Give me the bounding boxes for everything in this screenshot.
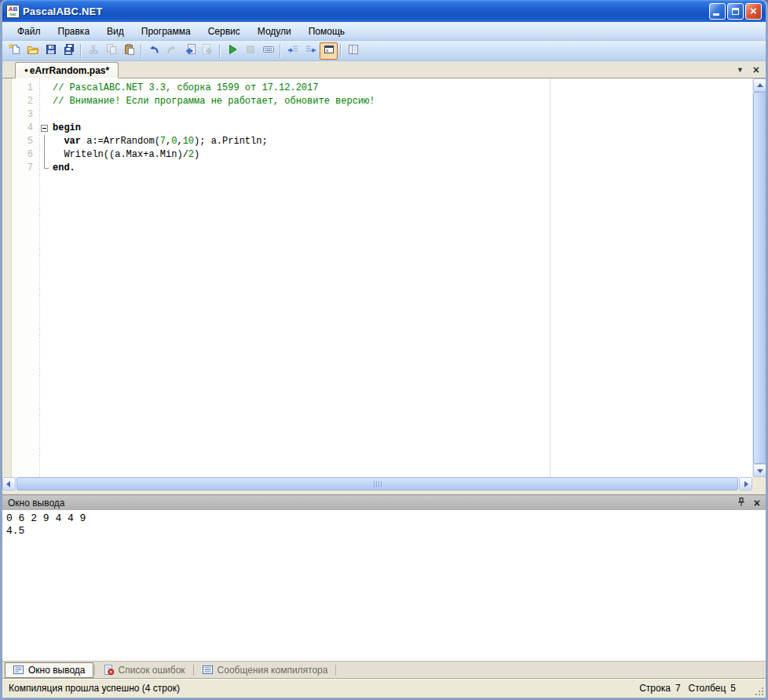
scroll-left-button[interactable] <box>2 477 16 490</box>
scroll-up-button[interactable] <box>753 78 766 92</box>
scroll-down-button[interactable] <box>753 464 766 477</box>
line-number: 4 <box>12 122 38 135</box>
show-console-button[interactable] <box>320 42 338 60</box>
output-window-title: Окно вывода <box>8 498 65 509</box>
code-editor[interactable]: 1234567 // PascalABC.NET 3.3, сборка 159… <box>2 78 766 477</box>
copy-button[interactable] <box>102 42 120 60</box>
gutter-separator <box>39 78 40 477</box>
bottom-tab-label: Окно вывода <box>28 665 86 676</box>
output-line: 0 6 2 9 4 4 9 <box>6 512 762 525</box>
tab-separator <box>193 665 194 676</box>
output-window-icon <box>13 664 24 676</box>
arrow-down-icon <box>757 469 763 473</box>
run-button[interactable] <box>223 42 241 60</box>
navigate-back-button[interactable] <box>181 42 199 60</box>
horizontal-scroll-thumb[interactable] <box>16 477 738 490</box>
maximize-icon <box>732 8 739 15</box>
menu-item-2[interactable]: Правка <box>49 22 99 40</box>
code-token: a:=ArrRandom( <box>81 136 160 147</box>
caret-position: Строка 7 Столбец 5 <box>639 683 736 694</box>
bottom-tab-1[interactable]: Окно вывода <box>5 662 93 678</box>
paste-button[interactable] <box>120 42 138 60</box>
code-line: // PascalABC.NET 3.3, сборка 1599 от 17.… <box>41 82 752 95</box>
show-panel-button[interactable] <box>344 42 362 60</box>
outdent-icon <box>305 43 317 59</box>
outdent-button[interactable] <box>302 42 320 60</box>
minimize-button[interactable] <box>709 3 726 20</box>
open-file-button[interactable] <box>24 42 42 60</box>
pin-icon[interactable] <box>737 497 746 509</box>
line-number: 7 <box>12 162 38 175</box>
fold-collapse-icon[interactable] <box>41 125 48 132</box>
save-file-button[interactable] <box>42 42 60 60</box>
close-button[interactable]: × <box>745 3 762 20</box>
output-line: 4.5 <box>6 525 762 538</box>
tab-separator <box>94 665 95 676</box>
title-bar[interactable]: ABпас PascalABC.NET × <box>2 0 766 22</box>
code-line: var a:=ArrRandom(7,0,10); a.Println; <box>41 135 752 148</box>
output-window-body: 0 6 2 9 4 4 94.5 <box>2 510 766 661</box>
code-line: Writeln((a.Max+a.Min)/2) <box>41 148 752 162</box>
code-line: begin <box>41 122 752 135</box>
scroll-right-button[interactable] <box>739 477 752 490</box>
menu-item-1[interactable]: Файл <box>9 22 49 40</box>
close-tab-icon[interactable]: × <box>753 64 759 75</box>
code-token: ); a.Println; <box>194 136 268 147</box>
stop-icon <box>244 43 257 59</box>
resize-grip[interactable] <box>753 685 764 696</box>
code-token: 7 <box>160 136 166 147</box>
line-number-gutter: 1234567 <box>12 78 38 477</box>
column-value: 5 <box>730 683 736 694</box>
editor-horizontal-scrollbar[interactable] <box>2 477 766 490</box>
toolbar-separator <box>80 44 82 58</box>
status-bar: Компиляция прошла успешно (4 строк) Стро… <box>2 678 766 698</box>
editor-vertical-scrollbar[interactable] <box>752 78 766 477</box>
menu-item-7[interactable]: Помощь <box>300 22 353 40</box>
undo-icon <box>148 43 160 59</box>
toolbar-separator <box>219 44 221 58</box>
bottom-tab-2[interactable]: Список ошибок <box>96 662 192 678</box>
document-tab[interactable]: ● eArrRandom.pas* <box>15 62 119 78</box>
save-all-button[interactable] <box>60 42 78 60</box>
maximize-button[interactable] <box>727 3 744 20</box>
show-keyboard-icon <box>262 43 275 59</box>
run-icon <box>226 43 239 59</box>
minimize-icon <box>713 13 719 16</box>
toolbar-separator <box>280 44 281 58</box>
stop-button[interactable] <box>241 42 259 60</box>
pascalabc-window: ABпас PascalABC.NET × ФайлПравкаВидПрогр… <box>0 0 768 700</box>
close-output-icon[interactable]: × <box>754 498 760 509</box>
horizontal-scroll-track[interactable] <box>16 477 739 490</box>
column-label: Столбец <box>689 683 726 694</box>
redo-button[interactable] <box>163 42 181 60</box>
line-number: 3 <box>12 108 38 122</box>
app-logo-icon: ABпас <box>6 5 20 18</box>
bottom-tab-3[interactable]: Сообщения компилятора <box>195 662 335 678</box>
save-file-icon <box>45 43 57 59</box>
code-token: ) <box>194 149 199 160</box>
undo-button[interactable] <box>144 42 163 60</box>
cut-button[interactable] <box>84 42 102 60</box>
menu-item-6[interactable]: Модули <box>249 22 300 40</box>
menu-item-4[interactable]: Программа <box>133 22 199 40</box>
output-window-header[interactable]: Окно вывода × <box>2 494 766 510</box>
arrow-up-icon <box>757 83 763 87</box>
code-token: var <box>64 136 81 147</box>
menu-item-3[interactable]: Вид <box>98 22 133 40</box>
new-file-button[interactable] <box>5 42 24 60</box>
navigate-forward-icon <box>202 43 214 59</box>
menu-item-5[interactable]: Сервис <box>199 22 249 40</box>
show-keyboard-button[interactable] <box>259 42 277 60</box>
vertical-scroll-thumb[interactable] <box>753 92 766 464</box>
tab-list-dropdown-icon[interactable]: ▼ <box>737 66 744 74</box>
scrollbar-corner <box>752 477 766 490</box>
right-margin-guide <box>550 78 550 477</box>
indent-button[interactable] <box>283 42 302 60</box>
code-token: end. <box>53 162 75 173</box>
line-label: Строка <box>639 683 671 694</box>
indent-icon <box>287 43 299 59</box>
navigate-back-icon <box>184 43 196 59</box>
code-area[interactable]: // PascalABC.NET 3.3, сборка 1599 от 17.… <box>41 78 752 477</box>
navigate-forward-button[interactable] <box>199 42 217 60</box>
redo-icon <box>166 43 178 59</box>
